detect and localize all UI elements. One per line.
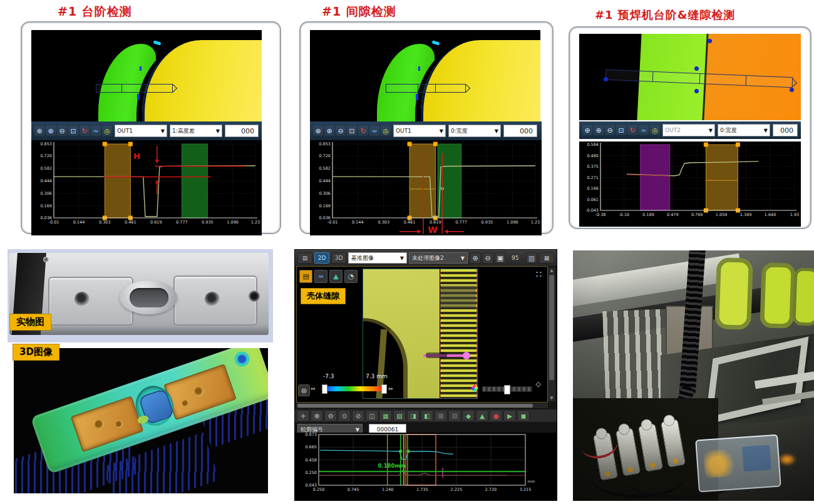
profile-curve-icon[interactable]: ≈ bbox=[369, 126, 379, 136]
report-icon[interactable]: ◼ bbox=[517, 410, 530, 421]
zoom-out-icon[interactable]: ⊖ bbox=[605, 125, 615, 135]
output-select[interactable]: OUT2▼ bbox=[662, 124, 715, 136]
scale-handle-min[interactable] bbox=[322, 384, 327, 394]
zoom-fit-icon[interactable]: ⊡ bbox=[347, 126, 357, 136]
link-icon[interactable]: ▲ bbox=[476, 410, 488, 421]
move-icon[interactable]: ✛ bbox=[297, 410, 309, 421]
roi-add-icon[interactable]: ◧ bbox=[421, 410, 433, 421]
scale-handle-max[interactable] bbox=[381, 384, 387, 394]
zoom-a-icon[interactable]: ⊕ bbox=[313, 126, 323, 136]
value-field[interactable]: 000 bbox=[773, 124, 798, 136]
scroll-thumb[interactable] bbox=[549, 275, 554, 380]
output-target-icon[interactable]: ◎ bbox=[650, 125, 660, 135]
scan-canvas[interactable]: ▤≈▲◔ 壳体缝隙 ∷ ◇ -7.3 7.3 mm ◎ ⇔ bbox=[296, 266, 548, 403]
chevron-down-icon: ▼ bbox=[400, 255, 404, 261]
svg-text:0.582: 0.582 bbox=[40, 166, 52, 171]
roi-handle-dot[interactable] bbox=[604, 77, 608, 81]
diamond-marker-icon[interactable]: ◇ bbox=[536, 380, 541, 388]
zoom-back-icon[interactable]: ⊘ bbox=[352, 410, 364, 421]
height-map-view[interactable] bbox=[579, 34, 801, 120]
zoom-in2-icon[interactable]: ⊕ bbox=[470, 252, 481, 264]
surface-icon[interactable]: ▲ bbox=[329, 270, 343, 283]
scroll-up-icon[interactable]: ▲ bbox=[548, 268, 555, 273]
record-icon[interactable]: ● bbox=[490, 410, 502, 421]
reset-icon[interactable]: ↻ bbox=[80, 126, 90, 136]
zoom-fit-icon[interactable]: ⊡ bbox=[616, 125, 626, 135]
colormap-target-icon[interactable]: ◎ bbox=[298, 384, 310, 396]
zoom-a-icon[interactable]: ⊕ bbox=[34, 126, 44, 136]
compare-icon[interactable]: ⊟ bbox=[448, 410, 461, 421]
profile-graph-area: 0.2500.7451.2401.7352.2252.7203.2150.873… bbox=[295, 433, 557, 501]
color-scale-bar[interactable] bbox=[324, 386, 384, 391]
pan-icon[interactable]: ◫ bbox=[366, 410, 378, 421]
zoom-fit-icon[interactable]: ⊡ bbox=[68, 126, 78, 136]
reset-icon[interactable]: ↻ bbox=[358, 126, 368, 136]
zoom-out2-icon[interactable]: ⊖ bbox=[324, 410, 337, 421]
ruler-icon[interactable]: ▦ bbox=[379, 410, 392, 421]
measurement-roi[interactable] bbox=[96, 84, 173, 93]
roi-green-icon[interactable]: ◨ bbox=[407, 410, 420, 421]
value-field[interactable]: 000 bbox=[503, 125, 537, 137]
scroll-down-icon[interactable]: ▼ bbox=[548, 396, 555, 401]
arrow-end-handle[interactable] bbox=[463, 352, 470, 359]
measure-item-select[interactable]: 0:宽度▼ bbox=[718, 124, 770, 136]
reset-icon[interactable]: ↻ bbox=[627, 125, 637, 135]
grid-icon[interactable]: ▧ bbox=[393, 410, 406, 421]
svg-text:0.043: 0.043 bbox=[305, 483, 317, 488]
output-target-icon[interactable]: ◎ bbox=[102, 126, 112, 136]
overlay-icon[interactable]: ◆ bbox=[462, 410, 475, 421]
vertical-scrollbar[interactable]: ▲ ▼ bbox=[548, 267, 555, 401]
roi-handle-dot[interactable] bbox=[790, 88, 794, 92]
export-icon[interactable]: ▶ bbox=[503, 410, 516, 421]
angle-icon[interactable]: ◔ bbox=[344, 270, 358, 283]
zoom-b-icon[interactable]: ⊕ bbox=[324, 126, 334, 136]
horizontal-scrollbar[interactable] bbox=[296, 403, 548, 408]
profile-curve-icon[interactable]: ≈ bbox=[639, 125, 649, 135]
fullscreen-icon[interactable]: ∷ bbox=[536, 269, 542, 279]
slider-handle[interactable] bbox=[504, 385, 510, 394]
wave-icon[interactable]: ≈ bbox=[314, 270, 327, 283]
zoom-out-icon[interactable]: ⊖ bbox=[57, 126, 67, 136]
measure-item-select[interactable]: 1:高度差▼ bbox=[170, 125, 222, 137]
fit-icon[interactable]: ▣ bbox=[495, 252, 506, 264]
height-map-view[interactable] bbox=[310, 30, 540, 121]
user-icon[interactable]: ▥ bbox=[526, 252, 537, 264]
zoom-out-icon[interactable]: ⊖ bbox=[336, 126, 346, 136]
chevron-down-icon: ▼ bbox=[709, 128, 713, 133]
threshold-slider[interactable] bbox=[482, 386, 532, 392]
window-menu-icon[interactable]: ▦ bbox=[539, 252, 554, 264]
zoom-a-icon[interactable]: ⊕ bbox=[582, 125, 592, 135]
tab-list-icon[interactable]: ▤ bbox=[297, 252, 312, 264]
stretch-icon[interactable]: ⇔ bbox=[388, 386, 393, 392]
mask-icon[interactable]: ⊞ bbox=[435, 410, 447, 421]
zoom-sel-icon[interactable]: ⊙ bbox=[338, 410, 351, 421]
profile-curve-icon[interactable]: ≈ bbox=[91, 126, 101, 136]
zoom-out2-icon[interactable]: ⊖ bbox=[482, 252, 493, 264]
svg-text:0.582: 0.582 bbox=[319, 166, 331, 171]
colormap-icon[interactable]: ▤ bbox=[299, 270, 312, 283]
output-target-icon[interactable]: ◎ bbox=[381, 126, 391, 136]
svg-text:H: H bbox=[133, 152, 140, 161]
svg-text:mm: mm bbox=[528, 479, 535, 483]
measurement-arrow[interactable] bbox=[423, 354, 465, 357]
svg-text:0.584: 0.584 bbox=[587, 142, 599, 147]
output-select[interactable]: OUT1▼ bbox=[115, 125, 167, 137]
scroll-thumb[interactable] bbox=[297, 404, 533, 408]
zoom-in2-icon[interactable]: ⊕ bbox=[311, 410, 323, 421]
measurement-roi[interactable] bbox=[386, 84, 465, 93]
height-map-view[interactable] bbox=[31, 30, 262, 121]
tab-2d[interactable]: 2D bbox=[314, 252, 329, 264]
zoom-b-icon[interactable]: ⊕ bbox=[594, 125, 604, 135]
stretch-icon[interactable]: ⇔ bbox=[311, 386, 316, 392]
output-select[interactable]: OUT1▼ bbox=[393, 125, 446, 137]
value-field[interactable]: 000 bbox=[225, 125, 259, 137]
svg-text:1.735: 1.735 bbox=[416, 487, 428, 492]
measure-item-select[interactable]: 0:宽度▼ bbox=[448, 125, 501, 137]
svg-text:0.461: 0.461 bbox=[404, 220, 416, 225]
zoom-b-icon[interactable]: ⊕ bbox=[46, 126, 56, 136]
chevron-down-icon: ▼ bbox=[216, 128, 220, 134]
tab-3d[interactable]: 3D bbox=[331, 252, 346, 264]
processed-image-select[interactable]: 未处理图像2▼ bbox=[409, 252, 468, 264]
chevron-down-icon: ▼ bbox=[764, 128, 768, 133]
source-image-select[interactable]: 基准图像▼ bbox=[348, 252, 407, 264]
